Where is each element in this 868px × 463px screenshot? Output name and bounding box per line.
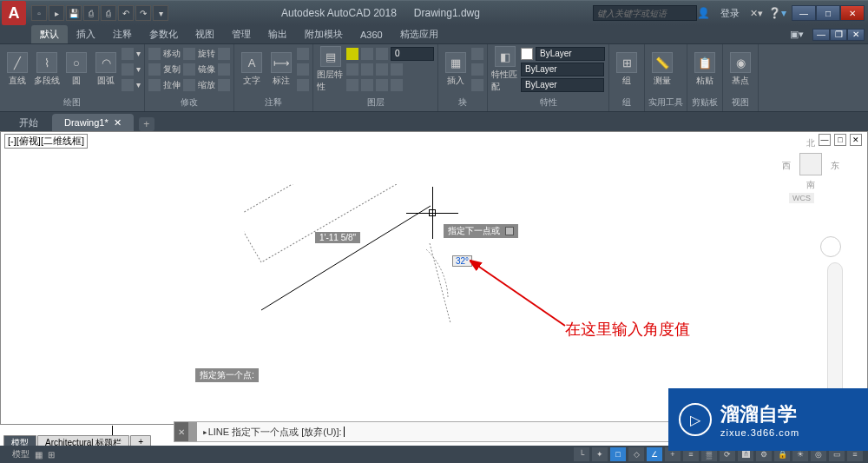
layer-tool6-icon[interactable] (361, 79, 373, 91)
doc-close-button[interactable]: ✕ (847, 29, 865, 41)
tab-default[interactable]: 默认 (31, 25, 68, 43)
qat-new-icon[interactable]: ▫ (31, 5, 47, 21)
layer-tool3-icon[interactable] (376, 63, 388, 76)
color-combo[interactable]: ByLayer (536, 47, 605, 61)
cloud-icon[interactable] (297, 79, 309, 91)
tab-parametric[interactable]: 参数化 (141, 25, 187, 43)
ellipse-icon[interactable] (122, 79, 134, 91)
mirror-icon[interactable] (183, 63, 195, 76)
help-icon[interactable]: ❔▾ (768, 7, 786, 19)
layer-combo[interactable]: 0 (391, 47, 434, 61)
tab-output[interactable]: 输出 (260, 25, 296, 43)
stretch-icon[interactable] (148, 79, 161, 91)
tab-a360[interactable]: A360 (352, 27, 391, 43)
exchange-icon[interactable]: ✕▾ (750, 8, 763, 19)
layer-tool7-icon[interactable] (376, 79, 388, 91)
lineweight-combo[interactable]: ByLayer (521, 63, 604, 76)
qat-redo-icon[interactable]: ↷ (135, 5, 151, 21)
tab-addins[interactable]: 附加模块 (296, 25, 352, 43)
model-space-button[interactable]: 模型 (12, 448, 30, 460)
doc-restore-button[interactable]: ❐ (830, 29, 847, 41)
qat-print-icon[interactable]: ⎙ (101, 5, 116, 21)
login-button[interactable]: 登录 (715, 5, 745, 22)
match-prop-button[interactable]: ◧特性匹配 (491, 46, 519, 93)
status-3dosnap-icon[interactable]: ◇ (628, 447, 644, 461)
leader-icon[interactable] (297, 48, 309, 60)
wcs-label[interactable]: WCS (789, 193, 814, 203)
layer-tool8-icon[interactable] (391, 79, 403, 91)
tab-annotate[interactable]: 注释 (104, 25, 141, 43)
file-tab-start[interactable]: 开始 (7, 114, 50, 131)
prompt-options-icon[interactable] (505, 227, 514, 235)
layer-tool2-icon[interactable] (361, 63, 373, 76)
user-icon[interactable]: 👤 (697, 7, 710, 19)
file-tab-drawing[interactable]: Drawing1* ✕ (52, 114, 134, 131)
sun-icon[interactable] (361, 48, 373, 60)
nav-wheel-icon[interactable] (820, 236, 841, 257)
create-block-icon[interactable] (471, 48, 483, 60)
qat-saveas-icon[interactable]: ⎙ (83, 5, 99, 21)
bulb-icon[interactable] (346, 48, 358, 60)
maximize-button[interactable]: □ (816, 5, 840, 21)
qat-dropdown-icon[interactable]: ▾ (153, 5, 168, 21)
layer-tool1-icon[interactable] (346, 63, 358, 76)
hatch-icon[interactable] (122, 63, 134, 76)
rect-icon[interactable] (122, 48, 134, 60)
doc-minimize-button[interactable]: — (812, 29, 830, 41)
color-swatch[interactable] (521, 48, 533, 60)
tab-featured[interactable]: 精选应用 (391, 25, 447, 43)
array-icon[interactable] (218, 79, 230, 91)
add-tab-button[interactable]: + (139, 117, 155, 131)
arc-button[interactable]: ◠圆弧 (92, 46, 120, 93)
view-label[interactable]: [-][俯视][二维线框] (4, 134, 88, 149)
base-button[interactable]: ◉基点 (727, 46, 754, 93)
attr-block-icon[interactable] (471, 79, 483, 91)
dim-button[interactable]: ⟼标注 (267, 46, 295, 93)
view-cube[interactable]: 北 西 东 南 WCS (780, 137, 841, 207)
close-button[interactable]: ✕ (840, 5, 865, 21)
table-icon[interactable] (297, 63, 309, 76)
tab-manage[interactable]: 管理 (223, 25, 260, 43)
cmd-handle[interactable] (188, 422, 197, 441)
measure-button[interactable]: 📏测量 (648, 46, 676, 93)
qat-save-icon[interactable]: 💾 (66, 5, 82, 21)
search-input[interactable] (593, 5, 697, 21)
line-button[interactable]: ╱直线 (3, 46, 31, 93)
layer-prop-button[interactable]: ▤图层特性 (317, 46, 345, 93)
text-button[interactable]: A文字 (238, 46, 266, 93)
status-osnap-icon[interactable]: □ (610, 447, 626, 461)
tab-collapse-icon[interactable]: ▣▾ (781, 26, 812, 43)
drawing-canvas[interactable]: [-][俯视][二维线框] — □ ✕ 1'-11 5/8" 指定下一点或 32… (0, 131, 868, 425)
vp-close-icon[interactable]: ✕ (850, 134, 862, 146)
view-cube-face[interactable] (799, 153, 822, 175)
tab-view[interactable]: 视图 (187, 25, 223, 43)
app-menu-icon[interactable]: A (2, 1, 26, 25)
move-icon[interactable] (148, 48, 161, 60)
paste-button[interactable]: 📋粘贴 (691, 46, 719, 93)
qat-open-icon[interactable]: ▸ (49, 5, 64, 21)
close-tab-icon[interactable]: ✕ (114, 117, 122, 129)
layer-tool4-icon[interactable] (391, 63, 403, 76)
fillet-icon[interactable] (218, 63, 230, 76)
qat-undo-icon[interactable]: ↶ (118, 5, 134, 21)
tab-insert[interactable]: 插入 (68, 25, 104, 43)
cmd-close-icon[interactable]: ✕ (174, 422, 188, 441)
status-otrack-icon[interactable]: ∠ (647, 447, 662, 461)
linetype-combo[interactable]: ByLayer (521, 78, 604, 92)
trim-icon[interactable] (218, 48, 230, 60)
nav-bar[interactable] (827, 262, 843, 401)
snap-icon[interactable]: ⊞ (48, 450, 55, 460)
minimize-button[interactable]: — (792, 5, 816, 21)
grid-icon[interactable]: ▦ (35, 450, 43, 460)
scale-icon[interactable] (183, 79, 195, 91)
group-button[interactable]: ⊞组 (613, 46, 641, 93)
circle-button[interactable]: ○圆 (62, 46, 90, 93)
layer-tool5-icon[interactable] (346, 79, 358, 91)
rotate-icon[interactable] (183, 48, 195, 60)
status-ortho-icon[interactable]: └ (574, 447, 589, 461)
status-polar-icon[interactable]: ✦ (592, 447, 608, 461)
copy-icon[interactable] (148, 63, 161, 76)
edit-block-icon[interactable] (471, 63, 483, 76)
insert-button[interactable]: ▦插入 (442, 46, 470, 93)
lock-icon[interactable] (376, 48, 388, 60)
